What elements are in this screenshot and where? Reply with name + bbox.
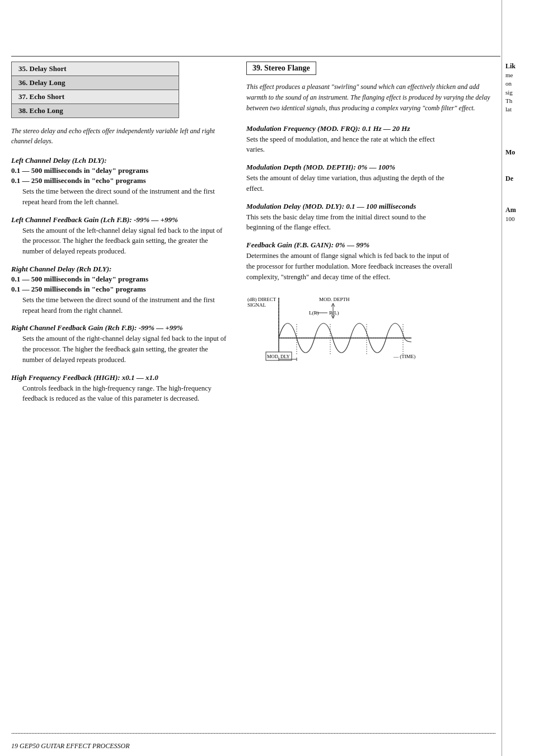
bottom-divider (11, 733, 496, 734)
right-param-desc: Sets the amount of delay time variation,… (246, 173, 453, 194)
param-section: High Frequency Feedback (HIGH): x0.1 — x… (11, 373, 235, 405)
flange-chart: (dB) DIRECT SIGNAL MOD. DEPTH L(R) (246, 293, 425, 372)
param-sub-line: 0.1 — 500 milliseconds in "delay" progra… (11, 275, 235, 284)
param-title: Left Channel Feedback Gain (Lch F.B): -9… (11, 215, 235, 224)
param-desc: Sets the time between the direct sound o… (22, 186, 229, 208)
right-sidebar: Lik me on sig Th lat Mo De Am 100 (502, 0, 534, 756)
param-desc: Controls feedback in the high-frequency … (22, 383, 229, 405)
sidebar-block-4: Am 100 (505, 205, 532, 223)
param-section: Left Channel Feedback Gain (Lch F.B): -9… (11, 215, 235, 257)
param-section: Left Channel Delay (Lch DLY):0.1 — 500 m… (11, 156, 235, 208)
svg-text:— (TIME): — (TIME) (393, 354, 415, 359)
param-section: Right Channel Delay (Rch DLY):0.1 — 500 … (11, 265, 235, 316)
table-cell: 36. Delay Long (12, 76, 179, 90)
table-cell: 37. Echo Short (12, 90, 179, 104)
param-desc: Sets the amount of the left-channel dela… (22, 226, 229, 257)
svg-text:MOD. DLY: MOD. DLY (267, 354, 290, 359)
param-sub-line: 0.1 — 250 milliseconds in "echo" program… (11, 285, 235, 294)
param-title: Right Channel Feedback Gain (Rch F.B): -… (11, 323, 235, 332)
svg-text:(dB) DIRECT: (dB) DIRECT (247, 297, 277, 302)
sidebar-label-4: Am (505, 206, 516, 214)
param-title: Right Channel Delay (Rch DLY): (11, 265, 235, 274)
left-params: Left Channel Delay (Lch DLY):0.1 — 500 m… (11, 156, 235, 404)
sidebar-label-2: Mo (505, 148, 515, 156)
page: Lik me on sig Th lat Mo De Am 100 (0, 0, 534, 756)
table-row: 36. Delay Long (12, 76, 179, 90)
right-param-desc: Determines the amount of flange signal w… (246, 251, 453, 282)
right-param-desc: This sets the basic delay time from the … (246, 212, 453, 233)
right-section-heading: 39. Stereo Flange (246, 62, 316, 75)
chart-area: (dB) DIRECT SIGNAL MOD. DEPTH L(R) (246, 293, 425, 372)
param-title: High Frequency Feedback (HIGH): x0.1 — x… (11, 373, 235, 382)
left-intro-text: The stereo delay and echo effects offer … (11, 126, 218, 146)
right-param-title: Modulation Frequency (MOD. FRQ): 0.1 Hz … (246, 124, 496, 133)
table-cell: 38. Echo Long (12, 104, 179, 118)
right-param-title: Modulation Depth (MOD. DEPTH): 0% — 100% (246, 163, 496, 172)
right-param-title: Feedback Gain (F.B. GAIN): 0% — 99% (246, 241, 496, 250)
svg-text:SIGNAL: SIGNAL (247, 302, 266, 308)
sidebar-block-2: Mo (505, 148, 532, 157)
table-cell: 35. Delay Short (12, 62, 179, 76)
table-row: 37. Echo Short (12, 90, 179, 104)
svg-text:R(L): R(L) (329, 310, 339, 316)
right-param-section: Feedback Gain (F.B. GAIN): 0% — 99%Deter… (246, 241, 496, 282)
param-desc: Sets the time between the direct sound o… (22, 295, 229, 316)
param-sub-line: 0.1 — 500 milliseconds in "delay" progra… (11, 166, 235, 175)
right-column: 39. Stereo Flange This effect produces a… (246, 62, 496, 372)
main-content: 35. Delay Short36. Delay Long37. Echo Sh… (11, 62, 496, 722)
right-param-desc: Sets the speed of modulation, and hence … (246, 134, 453, 156)
page-footer: 19 GEP50 GUITAR EFFECT PROCESSOR (11, 742, 130, 750)
left-column: 35. Delay Short36. Delay Long37. Echo Sh… (11, 62, 235, 412)
svg-text:MOD. DEPTH: MOD. DEPTH (319, 297, 350, 302)
right-param-title: Modulation Delay (MOD. DLY): 0.1 — 100 m… (246, 202, 496, 211)
param-desc: Sets the amount of the right-channel del… (22, 334, 229, 365)
right-param-section: Modulation Delay (MOD. DLY): 0.1 — 100 m… (246, 202, 496, 233)
sidebar-block-1: Lik me on sig Th lat (505, 62, 532, 114)
table-row: 35. Delay Short (12, 62, 179, 76)
right-param-section: Modulation Frequency (MOD. FRQ): 0.1 Hz … (246, 124, 496, 156)
table-row: 38. Echo Long (12, 104, 179, 118)
sidebar-label-1: Lik (505, 62, 516, 70)
param-title: Left Channel Delay (Lch DLY): (11, 156, 235, 165)
right-params: Modulation Frequency (MOD. FRQ): 0.1 Hz … (246, 124, 496, 283)
param-section: Right Channel Feedback Gain (Rch F.B): -… (11, 323, 235, 365)
sidebar-label-3: De (505, 175, 513, 182)
sidebar-block-3: De (505, 174, 532, 184)
right-param-section: Modulation Depth (MOD. DEPTH): 0% — 100%… (246, 163, 496, 194)
param-sub-line: 0.1 — 250 milliseconds in "echo" program… (11, 176, 235, 185)
right-intro-text: This effect produces a pleasant "swirlin… (246, 82, 496, 114)
top-divider (11, 56, 500, 57)
item-table: 35. Delay Short36. Delay Long37. Echo Sh… (11, 62, 179, 118)
